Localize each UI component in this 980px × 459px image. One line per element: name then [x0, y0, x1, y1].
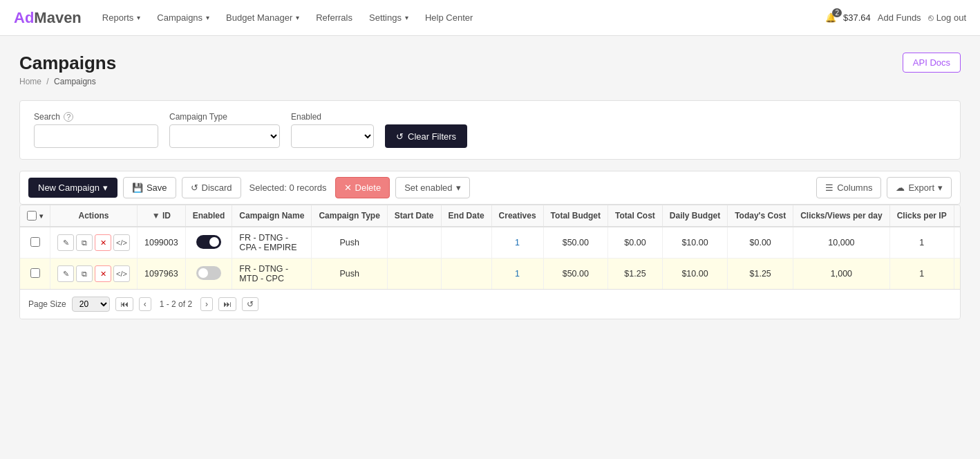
delete-icon[interactable]: ✕ — [95, 265, 111, 282]
chevron-down-icon: ▾ — [456, 182, 461, 193]
th-id[interactable]: ▼ ID — [138, 205, 186, 227]
th-campaign-name: Campaign Name — [232, 205, 312, 227]
th-total-cost: Total Cost — [608, 205, 663, 227]
row-enabled — [185, 259, 232, 290]
chevron-down-icon: ▾ — [137, 14, 140, 21]
prev-page-button[interactable]: ‹ — [139, 297, 151, 311]
notification-badge: 2 — [832, 8, 842, 17]
row-actions: ✎ ⧉ ✕ </> — [50, 227, 138, 259]
page-content: Campaigns Home / Campaigns API Docs Sear… — [0, 36, 980, 459]
campaign-type-select[interactable]: Push Pop — [169, 124, 280, 148]
row-end-date — [441, 227, 491, 259]
enabled-toggle[interactable] — [196, 235, 221, 249]
th-enabled: Enabled — [185, 205, 232, 227]
sort-desc-icon: ▼ — [152, 211, 160, 221]
edit-icon[interactable]: ✎ — [57, 234, 74, 251]
row-checkbox[interactable] — [30, 268, 40, 278]
row-daily-budget: $10.00 — [662, 259, 727, 290]
discard-button[interactable]: ↺ Discard — [182, 177, 241, 198]
row-clicks-views-per-day: 10,000 — [793, 227, 890, 259]
api-docs-button[interactable]: API Docs — [903, 53, 961, 73]
new-campaign-button[interactable]: New Campaign ▾ — [28, 178, 117, 198]
search-help-icon[interactable]: ? — [64, 112, 73, 122]
brand-logo[interactable]: AdMaven — [14, 9, 82, 27]
copy-icon[interactable]: ⧉ — [76, 234, 93, 251]
brand-maven: Maven — [34, 9, 81, 26]
row-checkbox[interactable] — [30, 237, 40, 247]
search-label: Search ? — [34, 112, 158, 122]
delete-button[interactable]: ✕ Delete — [335, 177, 390, 198]
row-campaign-type: Push — [312, 227, 387, 259]
row-daily-budget: $10.00 — [662, 227, 727, 259]
select-all-checkbox[interactable] — [27, 211, 37, 221]
delete-icon[interactable]: ✕ — [95, 234, 111, 251]
row-todays-cost: $1.25 — [728, 259, 793, 290]
th-total-budget: Total Budget — [543, 205, 607, 227]
th-end-date: End Date — [441, 205, 491, 227]
selected-count: Selected: 0 records — [249, 182, 327, 193]
row-clicks-views-per-day: 1,000 — [793, 259, 890, 290]
row-total-cost: $1.25 — [608, 259, 663, 290]
set-enabled-button[interactable]: Set enabled ▾ — [395, 177, 469, 198]
row-creatives: 1 — [491, 227, 543, 259]
row-total-budget: $50.00 — [543, 227, 607, 259]
edit-icon[interactable]: ✎ — [57, 265, 74, 282]
save-button[interactable]: 💾 Save — [123, 177, 176, 198]
row-id: 1097963 — [138, 259, 186, 290]
row-impressions-per-ip: 10 — [954, 259, 961, 290]
notification-bell[interactable]: 🔔 2 — [825, 12, 836, 23]
enabled-select[interactable]: Yes No — [291, 124, 374, 148]
row-clicks-per-ip: 1 — [889, 227, 954, 259]
row-campaign-name: FR - DTNG - CPA - EMPIRE — [232, 227, 312, 259]
last-page-button[interactable]: ⏭ — [218, 297, 236, 311]
refresh-button[interactable]: ↺ — [242, 297, 258, 311]
row-enabled — [185, 227, 232, 259]
logout-icon: ⎋ — [928, 12, 934, 23]
th-daily-budget: Daily Budget — [662, 205, 727, 227]
th-impressions-per-ip: Impressions per IP — [954, 205, 961, 227]
th-campaign-type: Campaign Type — [312, 205, 387, 227]
toolbar: New Campaign ▾ 💾 Save ↺ Discard Selected… — [19, 171, 961, 205]
next-page-button[interactable]: › — [200, 297, 213, 311]
nav-settings[interactable]: Settings ▾ — [362, 8, 415, 27]
breadcrumb-home[interactable]: Home — [19, 77, 41, 86]
nav-budget-manager[interactable]: Budget Manager ▾ — [219, 8, 306, 27]
nav-referrals[interactable]: Referrals — [309, 8, 359, 27]
code-icon[interactable]: </> — [113, 265, 130, 282]
row-campaign-type: Push — [312, 259, 387, 290]
enabled-toggle[interactable] — [196, 266, 221, 280]
row-start-date — [387, 227, 441, 259]
nav-campaigns[interactable]: Campaigns ▾ — [150, 8, 216, 27]
chevron-down-icon: ▾ — [206, 14, 209, 21]
row-checkbox-cell — [20, 227, 50, 259]
search-filter-group: Search ? — [34, 112, 158, 148]
search-input[interactable] — [34, 124, 158, 148]
copy-icon[interactable]: ⧉ — [76, 265, 93, 282]
clear-filters-button[interactable]: ↺ Clear Filters — [385, 124, 467, 148]
columns-button[interactable]: ☰ Columns — [816, 177, 881, 198]
export-button[interactable]: ☁ Export ▾ — [887, 177, 952, 198]
export-icon: ☁ — [896, 182, 905, 193]
row-total-budget: $50.00 — [543, 259, 607, 290]
first-page-button[interactable]: ⏮ — [115, 297, 133, 311]
table-row: ✎ ⧉ ✕ </> 1099003 FR - DTNG - CPA - EMPI… — [20, 227, 961, 259]
page-title: Campaigns — [19, 53, 116, 74]
nav-reports[interactable]: Reports ▾ — [95, 8, 148, 27]
page-header: Campaigns Home / Campaigns API Docs — [19, 53, 961, 86]
nav-right: 🔔 2 $37.64 Add Funds ⎋ Log out — [825, 12, 966, 23]
add-funds-button[interactable]: Add Funds — [878, 12, 921, 23]
page-size-select[interactable]: 20 50 100 — [72, 297, 110, 312]
row-checkbox-cell — [20, 259, 50, 290]
row-id: 1099003 — [138, 227, 186, 259]
nav-help-center[interactable]: Help Center — [418, 8, 480, 27]
logout-button[interactable]: ⎋ Log out — [928, 12, 966, 23]
row-creatives: 1 — [491, 259, 543, 290]
th-clicks-views-per-day: Clicks/Views per day — [793, 205, 890, 227]
table-header-row: ▾ Actions ▼ ID Enabled Campaign Name Cam… — [20, 205, 961, 227]
save-icon: 💾 — [132, 182, 143, 193]
code-icon[interactable]: </> — [113, 234, 130, 251]
chevron-down-icon[interactable]: ▾ — [39, 212, 43, 220]
campaign-type-filter-group: Campaign Type Push Pop — [169, 112, 280, 148]
row-total-cost: $0.00 — [608, 227, 663, 259]
enabled-filter-group: Enabled Yes No — [291, 112, 374, 148]
